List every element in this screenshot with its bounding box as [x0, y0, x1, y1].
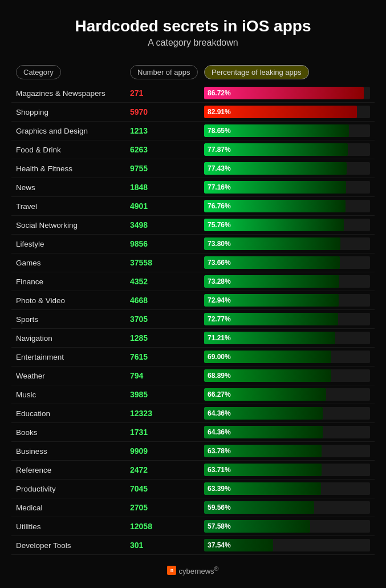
bar-fill: 73.28% — [204, 275, 339, 288]
footer: n cybernews® — [11, 565, 375, 575]
table-row: Utilities 12058 57.58% — [11, 517, 375, 536]
main-table: Category Number of apps Percentage of le… — [11, 65, 375, 555]
bar-wrapper: 78.65% — [204, 124, 370, 137]
percent-label: 63.78% — [208, 447, 231, 455]
bar-fill: 63.39% — [204, 482, 321, 495]
app-count: 1285 — [130, 333, 204, 343]
percent-label: 72.77% — [208, 315, 231, 323]
percent-label: 63.71% — [208, 466, 231, 474]
percent-label: 77.16% — [208, 183, 231, 191]
category-name: Medical — [16, 504, 130, 512]
bar-container: 77.87% — [204, 143, 370, 156]
percent-label: 77.43% — [208, 164, 231, 172]
table-row: Productivity 7045 63.39% — [11, 480, 375, 498]
bar-fill: 57.58% — [204, 520, 310, 533]
bar-fill: 73.80% — [204, 237, 340, 250]
app-count: 2705 — [130, 503, 204, 512]
category-name: Shopping — [16, 108, 130, 116]
category-name: Magazines & Newspapers — [16, 89, 130, 98]
bar-fill: 63.78% — [204, 445, 322, 457]
bar-wrapper: 73.80% — [204, 237, 370, 250]
bar-fill: 66.27% — [204, 388, 326, 401]
category-name: Productivity — [16, 485, 130, 493]
app-count: 4668 — [130, 296, 204, 305]
bar-wrapper: 71.21% — [204, 332, 370, 344]
category-name: Entertainment — [16, 353, 130, 361]
percent-badge: Percentage of leaking apps — [204, 65, 309, 79]
bar-fill: 64.36% — [204, 407, 323, 420]
percent-label: 73.28% — [208, 277, 231, 285]
table-row: Magazines & Newspapers 271 86.72% — [11, 84, 375, 103]
table-row: Navigation 1285 71.21% — [11, 329, 375, 348]
bar-fill: 73.66% — [204, 256, 340, 269]
bar-container: 66.27% — [204, 388, 370, 401]
app-count: 6263 — [130, 145, 204, 154]
bar-fill: 71.21% — [204, 332, 335, 344]
bar-fill: 59.56% — [204, 501, 314, 514]
category-name: Food & Drink — [16, 146, 130, 154]
percent-label: 72.94% — [208, 296, 231, 304]
bar-container: 69.00% — [204, 351, 370, 363]
category-name: Sports — [16, 315, 130, 324]
app-count: 4901 — [130, 202, 204, 211]
bar-fill: 69.00% — [204, 351, 331, 363]
bar-wrapper: 73.28% — [204, 275, 370, 288]
bar-wrapper: 66.27% — [204, 388, 370, 401]
app-count: 12058 — [130, 522, 204, 531]
bar-fill: 82.91% — [204, 106, 357, 118]
table-row: Books 1731 64.36% — [11, 423, 375, 442]
bar-fill: 78.65% — [204, 124, 349, 137]
percent-label: 66.27% — [208, 390, 231, 398]
bar-wrapper: 69.00% — [204, 351, 370, 363]
category-name: News — [16, 183, 130, 192]
table-row: Music 3985 66.27% — [11, 385, 375, 404]
app-count: 1731 — [130, 428, 204, 437]
app-count: 9856 — [130, 239, 204, 248]
bar-wrapper: 72.77% — [204, 313, 370, 325]
app-count: 794 — [130, 371, 204, 380]
header-apps: Number of apps — [130, 65, 204, 79]
bar-wrapper: 75.76% — [204, 219, 370, 231]
percent-label: 68.89% — [208, 372, 231, 380]
percent-label: 75.76% — [208, 221, 231, 229]
table-row: Graphics and Design 1213 78.65% — [11, 122, 375, 140]
bar-container: 57.58% — [204, 520, 370, 533]
bar-container: 73.66% — [204, 256, 370, 269]
percent-label: 63.39% — [208, 485, 231, 493]
category-name: Lifestyle — [16, 240, 130, 248]
bar-container: 71.21% — [204, 332, 370, 344]
table-row: Health & Fitness 9755 77.43% — [11, 159, 375, 178]
table-row: News 1848 77.16% — [11, 178, 375, 197]
percent-label: 64.36% — [208, 409, 231, 417]
percent-label: 86.72% — [208, 89, 231, 97]
app-count: 12323 — [130, 409, 204, 418]
bar-fill: 37.54% — [204, 539, 273, 551]
app-count: 271 — [130, 88, 204, 98]
bar-container: 77.43% — [204, 162, 370, 175]
header-category: Category — [16, 65, 130, 79]
category-name: Travel — [16, 202, 130, 211]
percent-label: 57.58% — [208, 522, 231, 530]
app-count: 2472 — [130, 465, 204, 474]
bar-wrapper: 63.39% — [204, 482, 370, 495]
bar-wrapper: 64.36% — [204, 426, 370, 438]
bar-container: 63.78% — [204, 445, 370, 457]
category-name: Books — [16, 428, 130, 437]
bar-container: 76.76% — [204, 200, 370, 212]
bar-container: 64.36% — [204, 426, 370, 438]
category-name: Developer Tools — [16, 541, 130, 550]
category-name: Weather — [16, 372, 130, 380]
page-subtitle: A category breakdown — [11, 38, 375, 48]
bar-wrapper: 57.58% — [204, 520, 370, 533]
bar-fill: 63.71% — [204, 464, 322, 476]
percent-label: 77.87% — [208, 146, 231, 154]
bar-fill: 64.36% — [204, 426, 323, 438]
bar-wrapper: 68.89% — [204, 369, 370, 382]
bar-container: 82.91% — [204, 106, 370, 118]
percent-label: 76.76% — [208, 202, 231, 210]
bar-container: 78.65% — [204, 124, 370, 137]
table-row: Finance 4352 73.28% — [11, 272, 375, 291]
category-name: Navigation — [16, 334, 130, 343]
category-name: Social Networking — [16, 221, 130, 229]
table-row: Entertainment 7615 69.00% — [11, 348, 375, 367]
